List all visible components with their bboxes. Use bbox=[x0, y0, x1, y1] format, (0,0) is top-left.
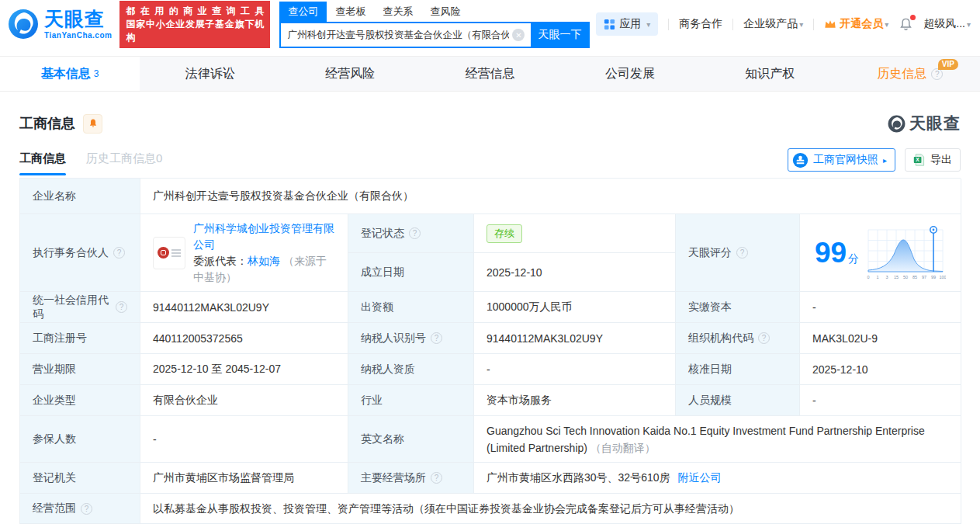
score-number: 99 bbox=[815, 237, 847, 269]
apps-menu[interactable]: 应用 ▾ bbox=[596, 12, 658, 36]
export-button[interactable]: X 导出 bbox=[905, 148, 961, 172]
monitor-bell-icon[interactable] bbox=[83, 114, 102, 134]
partner-company-logo[interactable] bbox=[153, 237, 185, 269]
search-tab-risk[interactable]: 查风险 bbox=[421, 2, 469, 22]
establish-date-text: 2025-12-10 bbox=[487, 266, 542, 279]
svg-text:X: X bbox=[916, 157, 919, 162]
divider bbox=[668, 19, 669, 30]
search-input[interactable] bbox=[281, 30, 512, 40]
score-distribution-chart: 0 1 3 15 50 85 97 99 100 bbox=[867, 224, 946, 283]
tab-basic-info-label: 基本信息 bbox=[41, 66, 91, 82]
logo-name: 天眼查 bbox=[44, 9, 112, 29]
promo-banner: 都在用的商业查询工具 国家中小企业发展子基金旗下机构 bbox=[119, 1, 270, 48]
business-scope-text: 以私募基金从事股权投资、投资管理、资产管理等活动（须在中国证券投资基金业协会完成… bbox=[153, 500, 739, 517]
business-term-text: 2025-12-10 至 2045-12-07 bbox=[153, 363, 281, 377]
search-button[interactable]: 天眼一下 bbox=[531, 23, 588, 47]
rep-name-link[interactable]: 林如海 bbox=[248, 255, 280, 267]
tab-history-info-label: 历史信息 bbox=[877, 66, 926, 82]
help-icon[interactable]: ? bbox=[81, 503, 92, 515]
help-icon[interactable]: ? bbox=[758, 332, 770, 344]
search-tab-boss[interactable]: 查老板 bbox=[327, 2, 374, 22]
nearby-companies-link[interactable]: 附近公司 bbox=[678, 471, 722, 485]
score-value: 99分 0 bbox=[800, 214, 961, 292]
app-grid-icon bbox=[604, 19, 615, 30]
row-label: 登记机关 bbox=[20, 463, 140, 494]
staff-size-text: - bbox=[812, 394, 816, 407]
watermark-swirl-icon bbox=[888, 115, 906, 133]
membership-label: 开通会员 bbox=[840, 17, 883, 31]
subtab-business-info[interactable]: 工商信息 bbox=[19, 151, 66, 175]
org-code-value: MAK3L02U-9 bbox=[800, 323, 961, 354]
partner-emblem-icon bbox=[158, 247, 169, 259]
divider bbox=[732, 19, 733, 30]
svg-text:97: 97 bbox=[922, 275, 926, 279]
tianyancha-logo[interactable]: 天眼查 TianYanCha.com bbox=[8, 9, 112, 40]
help-icon[interactable]: ? bbox=[113, 247, 125, 259]
rep-label: 委派代表： bbox=[193, 255, 248, 267]
nav-biz-coop[interactable]: 商务合作 bbox=[679, 17, 722, 31]
main-content: 工商信息 天眼查 工商信息 历史工商信息0 bbox=[0, 113, 980, 524]
help-icon[interactable]: ? bbox=[409, 227, 421, 239]
stamp-icon bbox=[792, 152, 809, 168]
logo-swirl-icon bbox=[8, 9, 39, 40]
tab-legal[interactable]: 法律诉讼 bbox=[140, 57, 279, 91]
company-name-label: 企业名称 bbox=[33, 189, 76, 203]
crown-icon bbox=[824, 19, 836, 30]
credit-code-text: 91440112MAK3L02U9Y bbox=[153, 301, 269, 314]
official-snapshot-button[interactable]: 工商官网快照 ▸ bbox=[788, 148, 895, 172]
watermark-text: 天眼查 bbox=[909, 113, 961, 134]
tab-operation-risk[interactable]: 经营风险 bbox=[280, 57, 420, 91]
business-scope-label: 经营范围 bbox=[33, 502, 76, 515]
row-label: 参保人数 bbox=[20, 416, 140, 463]
reg-status-value: 存续 bbox=[474, 214, 676, 253]
tab-basic-info[interactable]: 基本信息 3 bbox=[0, 57, 140, 91]
help-icon[interactable]: ? bbox=[116, 301, 127, 313]
row-label: 企业名称 bbox=[20, 179, 140, 214]
nav-membership[interactable]: 开通会员 ▾ bbox=[824, 17, 888, 31]
row-label: 经营范围 ? bbox=[20, 494, 140, 524]
capital-label: 出资额 bbox=[361, 300, 393, 314]
score-label: 天眼评分 bbox=[688, 246, 732, 260]
tab-intellectual-property[interactable]: 知识产权 bbox=[700, 57, 840, 91]
capital-value: 1000000万人民币 bbox=[474, 292, 676, 323]
tab-history-info[interactable]: VIP 历史信息 ? bbox=[840, 57, 980, 91]
industry-text: 资本市场服务 bbox=[487, 394, 552, 408]
reg-number-text: 440112005372565 bbox=[153, 332, 243, 345]
row-label: 执行事务合伙人 ? bbox=[20, 214, 140, 292]
taxpayer-quality-text: - bbox=[487, 363, 490, 376]
nav-super-risk[interactable]: 超级风... ▾ bbox=[923, 17, 971, 31]
help-icon[interactable]: ? bbox=[431, 332, 442, 344]
notification-bell-icon[interactable] bbox=[899, 17, 913, 32]
row-label: 天眼评分 ? bbox=[676, 214, 800, 292]
staff-size-value: - bbox=[800, 385, 961, 416]
logo-text-block: 天眼查 TianYanCha.com bbox=[44, 9, 112, 40]
row-label: 纳税人资质 bbox=[348, 354, 474, 385]
subtab-history-business-info[interactable]: 历史工商信息0 bbox=[86, 151, 162, 175]
credit-code-label: 统一社会信用代码 bbox=[33, 293, 111, 321]
org-code-label: 组织机构代码 bbox=[688, 331, 753, 345]
row-label: 纳税人识别号 ? bbox=[348, 323, 474, 354]
section-header: 工商信息 天眼查 bbox=[19, 113, 961, 134]
reg-number-value: 440112005372565 bbox=[140, 323, 348, 354]
search-box: ✕ 天眼一下 bbox=[279, 22, 590, 48]
taxpayer-quality-value: - bbox=[474, 354, 676, 385]
partner-company-link[interactable]: 广州科学城创业投资管理有限公司 bbox=[193, 222, 334, 251]
section-title: 工商信息 bbox=[19, 114, 75, 133]
row-label: 统一社会信用代码 ? bbox=[20, 292, 140, 323]
company-name-text: 广州科创开达壹号股权投资基金合伙企业（有限合伙） bbox=[153, 189, 414, 203]
search-tab-relation[interactable]: 查关系 bbox=[374, 2, 421, 22]
search-tab-company[interactable]: 查公司 bbox=[279, 2, 327, 22]
taxpayer-quality-label: 纳税人资质 bbox=[361, 363, 415, 377]
insured-count-text: - bbox=[153, 433, 157, 446]
clear-search-icon[interactable]: ✕ bbox=[512, 29, 525, 41]
industry-value: 资本市场服务 bbox=[474, 385, 676, 416]
arrow-right-icon: ▸ bbox=[883, 156, 887, 165]
nav-enterprise-products[interactable]: 企业级产品 ▾ bbox=[743, 17, 803, 31]
taxpayer-id-label: 纳税人识别号 bbox=[361, 331, 426, 345]
help-icon[interactable]: ? bbox=[736, 247, 748, 259]
insured-count-value: - bbox=[140, 416, 348, 463]
help-icon[interactable]: ? bbox=[431, 472, 442, 484]
tab-operation-info[interactable]: 经营信息 bbox=[420, 57, 559, 91]
auto-translate-tag: （自动翻译） bbox=[590, 442, 656, 454]
tab-company-development[interactable]: 公司发展 bbox=[560, 57, 700, 91]
